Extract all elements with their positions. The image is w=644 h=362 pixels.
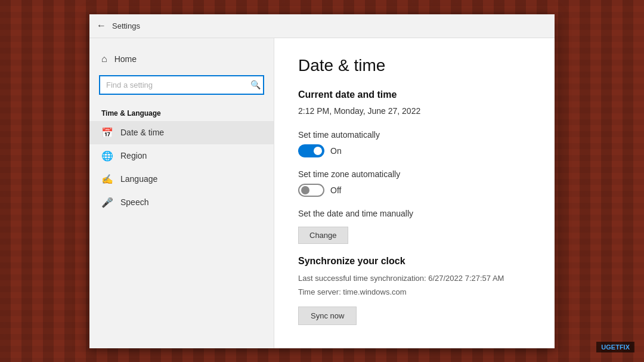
speech-icon: 🎤 [101,197,113,208]
change-button[interactable]: Change [298,227,348,244]
sidebar-item-speech[interactable]: 🎤 Speech [89,191,274,214]
search-icon: 🔍 [250,80,261,89]
auto-timezone-toggle[interactable] [298,184,324,197]
auto-timezone-toggle-row: Off [298,184,531,197]
manual-time-setting: Set the date and time manually Change [298,209,531,244]
sidebar-item-language[interactable]: ✍ Language [89,168,274,191]
sidebar-item-region[interactable]: 🌐 Region [89,144,274,168]
current-time: 2:12 PM, Monday, June 27, 2022 [298,106,531,116]
sync-info-line1: Last successful time synchronization: 6/… [298,273,531,284]
search-box: 🔍 [99,75,264,95]
home-icon: ⌂ [101,54,107,64]
sidebar-item-date-time[interactable]: 📅 Date & time [89,121,274,144]
settings-window: ← Settings ⌂ Home 🔍 Time & Language 📅 Da… [89,14,555,348]
sidebar-section-label: Time & Language [89,104,274,121]
main-content: Date & time Current date and time 2:12 P… [274,38,555,348]
sync-section: Synchronize your clock Last successful t… [298,256,531,325]
content-area: ⌂ Home 🔍 Time & Language 📅 Date & time 🌐… [89,38,555,348]
search-button[interactable]: 🔍 [250,80,261,89]
sidebar: ⌂ Home 🔍 Time & Language 📅 Date & time 🌐… [89,38,274,348]
titlebar-title: Settings [112,21,140,30]
auto-time-setting: Set time automatically On [298,130,531,157]
language-icon: ✍ [101,174,113,185]
sidebar-item-label: Date & time [120,128,164,137]
auto-time-toggle-row: On [298,144,531,157]
sidebar-item-home[interactable]: ⌂ Home [89,48,274,70]
auto-timezone-label: Set time zone automatically [298,169,531,179]
region-icon: 🌐 [101,150,113,162]
home-label: Home [114,54,137,64]
manual-time-label: Set the date and time manually [298,209,531,218]
sync-section-label: Synchronize your clock [298,256,531,267]
search-input[interactable] [99,75,264,95]
badge-prefix: UGET [601,344,620,351]
badge-suffix: FIX [620,344,630,351]
titlebar: ← Settings [89,14,555,38]
back-icon: ← [97,20,106,31]
auto-timezone-status: Off [330,185,341,195]
sidebar-item-label: Region [120,151,147,160]
page-title: Date & time [298,56,531,75]
auto-time-label: Set time automatically [298,130,531,140]
auto-timezone-setting: Set time zone automatically Off [298,169,531,197]
back-button[interactable]: ← [97,20,106,31]
ugetfix-badge: UGETFIX [596,342,634,352]
sidebar-item-label: Speech [120,197,148,207]
sync-info-line2: Time server: time.windows.com [298,286,531,298]
sidebar-item-label: Language [120,174,157,184]
current-section-label: Current date and time [298,89,531,100]
sync-now-button[interactable]: Sync now [298,307,357,325]
date-time-icon: 📅 [101,127,113,138]
auto-time-toggle[interactable] [298,144,324,157]
auto-time-status: On [330,146,342,156]
